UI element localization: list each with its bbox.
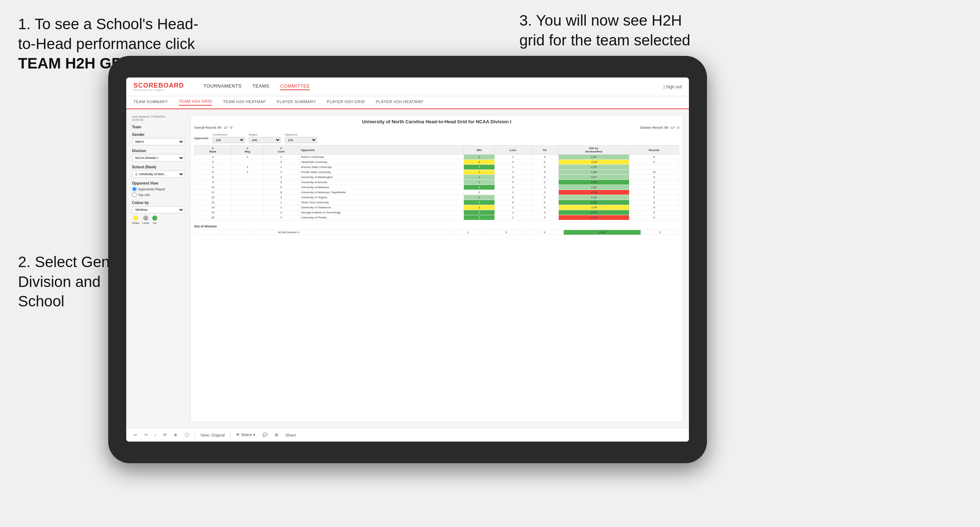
col-diff: Diff AvStrokes/Rnd [558, 146, 629, 155]
colour-legend: Down Level Up [132, 216, 184, 225]
radio-top100[interactable]: Top 100 [132, 192, 184, 197]
cell-win: 1 [463, 180, 495, 185]
back-button[interactable]: ‹ [153, 432, 158, 438]
cell-loss: 0 [495, 185, 531, 190]
legend-label-up: Up [153, 221, 156, 225]
cell-tie: 0 [531, 215, 558, 220]
cell-opponent: University of Arizona [299, 180, 464, 185]
cell-diff: 9.00 [558, 180, 629, 185]
cell-tie: 0 [531, 160, 558, 165]
cell-tie: 0 [531, 155, 558, 160]
cell-rounds: 3 [629, 195, 679, 200]
subnav-team-summary[interactable]: TEAM SUMMARY [134, 100, 168, 105]
cell-conf: 2 [263, 175, 299, 180]
opponent-filter: Opponent (All) [285, 133, 317, 143]
subnav-team-h2h-heatmap[interactable]: TEAM H2H HEATMAP [223, 100, 266, 105]
toolbar-divider2 [230, 432, 231, 439]
watch-button[interactable]: 👁 Watch ▾ [234, 432, 257, 438]
table-row: 10 5 University of Alabama 3 0 0 2.61 8 [194, 185, 679, 190]
cell-diff: 3.67 [558, 175, 629, 180]
refresh-button[interactable]: ⟳ [162, 432, 169, 438]
colour-by-select[interactable]: Win/loss [132, 206, 184, 213]
clock-button[interactable]: 🕐 [183, 432, 191, 438]
cell-win: 3 [463, 185, 495, 190]
cell-opponent: Florida State University [299, 170, 464, 175]
nav-tournaments[interactable]: TOURNAMENTS [204, 83, 242, 90]
cell-diff: -4.33 [558, 190, 629, 195]
cell-tie: 0 [531, 200, 558, 205]
cell-conf: 2 [263, 205, 299, 210]
cell-rounds: 9 [629, 210, 679, 215]
logo-sub: Powered by clipp'd [134, 89, 184, 92]
school-select[interactable]: 1. University of Nort... [132, 170, 184, 178]
subnav-player-summary[interactable]: PLAYER SUMMARY [277, 100, 316, 105]
cell-opponent: Auburn University [299, 155, 464, 160]
table-body: 2 1 1 Auburn University 2 1 0 1.67 9 3 2… [194, 155, 679, 220]
subnav-team-h2h-grid[interactable]: TEAM H2H GRID [179, 99, 212, 106]
out-of-division-row: NCAA Division II 1 0 0 26.00 3 [194, 230, 679, 235]
col-tie: Tie [531, 146, 558, 155]
cell-rank: 15 [194, 210, 232, 215]
cell-win: 1 [463, 170, 495, 175]
cell-reg [232, 215, 263, 220]
cell-diff: 2.33 [558, 195, 629, 200]
step1-line2: to-Head performance click [18, 35, 195, 52]
cell-tie: 0 [531, 210, 558, 215]
cell-rank: 11 [194, 190, 232, 195]
layout-button[interactable]: ⊞ [273, 432, 280, 438]
cell-conf: 5 [263, 185, 299, 190]
nav-committee[interactable]: COMMITTEE [280, 83, 310, 90]
subnav-player-h2h-grid[interactable]: PLAYER H2H GRID [327, 100, 365, 105]
subnav-player-h2h-heatmap[interactable]: PLAYER H2H HEATMAP [376, 100, 423, 105]
col-win: Win [463, 146, 495, 155]
grid-panel: University of North Carolina Head-to-Hea… [190, 115, 683, 422]
cell-opponent: Texas Tech University [299, 200, 464, 205]
cell-rounds: 8 [629, 185, 679, 190]
region-select[interactable]: (All) [248, 137, 281, 143]
conference-select[interactable]: (All) [212, 137, 245, 143]
cell-diff: 2.61 [558, 185, 629, 190]
table-row: 3 2 Vanderbilt University 0 4 0 -2.29 8 [194, 160, 679, 165]
main-content: Last Updated: 27/03/2024 16:55:38 Team G… [126, 109, 689, 428]
table-row: 16 3 University of Florida 3 1 0 -6.42 9 [194, 215, 679, 220]
col-loss: Loss [495, 146, 531, 155]
cell-reg: 2 [232, 170, 263, 175]
cell-reg: 1 [232, 155, 263, 160]
cell-win: 6 [463, 210, 495, 215]
comment-button[interactable]: 💬 [261, 432, 269, 438]
cell-tie: 0 [531, 170, 558, 175]
sign-out[interactable]: | Sign out [664, 84, 682, 89]
cell-conf: 4 [263, 210, 299, 215]
cell-diff: 5.56 [558, 200, 629, 205]
cell-rank: 6 [194, 170, 232, 175]
share-button[interactable]: Share [283, 432, 298, 438]
radio-opponents-played[interactable]: Opponents Played [132, 187, 184, 191]
opponents-label: Opponents: [194, 137, 209, 140]
add-button[interactable]: ⊕ [172, 432, 179, 438]
view-original-button[interactable]: View: Original [199, 432, 227, 438]
nav-teams[interactable]: TEAMS [253, 83, 269, 90]
cell-opponent: University of Washington [299, 175, 464, 180]
school-label: School (Rank) [132, 165, 184, 169]
cell-loss: 2 [495, 170, 531, 175]
cell-tie: 0 [531, 205, 558, 210]
redo-button[interactable]: ↪ [143, 432, 150, 438]
ood-diff: 26.00 [564, 230, 641, 235]
undo-button[interactable]: ↩ [132, 432, 139, 438]
cell-rank: 4 [194, 165, 232, 170]
table-row: 13 1 Texas Tech University 3 0 0 5.56 9 [194, 200, 679, 205]
cell-rounds: 12 [629, 170, 679, 175]
cell-conf: 1 [263, 200, 299, 205]
cell-rank: 14 [194, 205, 232, 210]
tablet: SCOREBOARD Powered by clipp'd TOURNAMENT… [108, 56, 707, 463]
opponent-select[interactable]: (All) [285, 137, 317, 143]
gender-select[interactable]: Men's [132, 138, 184, 145]
cell-conf: 1 [263, 155, 299, 160]
division-select[interactable]: NCAA Division I [132, 154, 184, 162]
table-row: 15 4 Georgia Institute of Technology 6 1… [194, 210, 679, 215]
table-row: 11 6 University of Arkansas, Fayettevill… [194, 190, 679, 195]
cell-loss: 1 [495, 215, 531, 220]
cell-tie: 0 [531, 195, 558, 200]
cell-rounds: 8 [629, 160, 679, 165]
step1-line1: 1. To see a School's Head- [18, 16, 198, 32]
